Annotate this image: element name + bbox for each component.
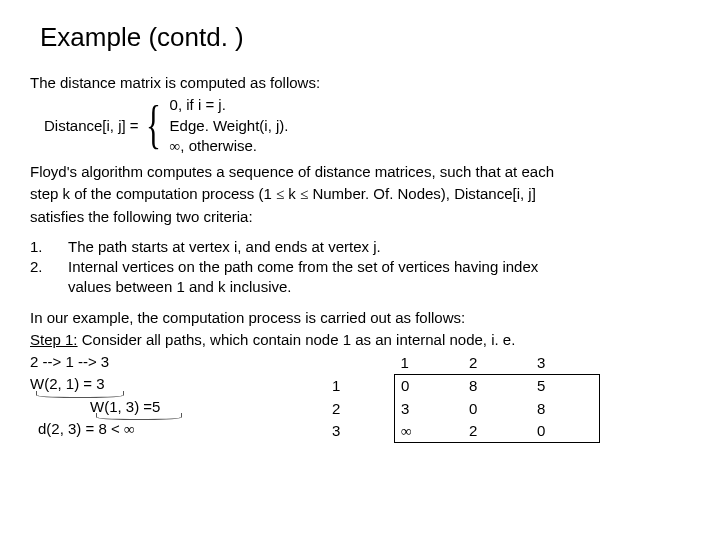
- step-1-line: Step 1: Consider all paths, which contai…: [30, 330, 690, 350]
- case-2: Edge. Weight(i, j).: [170, 116, 289, 136]
- case-3: ∞, otherwise.: [170, 136, 289, 156]
- floyd-line-1: Floyd's algorithm computes a sequence of…: [30, 162, 690, 182]
- brace-icon: {: [146, 102, 161, 149]
- matrix-col-3: 3: [531, 352, 600, 375]
- cell-2-2: 0: [463, 398, 531, 420]
- def-cases: 0, if i = j. Edge. Weight(i, j). ∞, othe…: [170, 95, 289, 156]
- floyd-line-3: satisfies the following two criteria:: [30, 207, 690, 227]
- matrix-row-1: 1: [326, 375, 395, 398]
- crit-text-2b: values between 1 and k inclusive.: [68, 277, 690, 297]
- w21-line: W(2, 1) = 3: [30, 374, 130, 394]
- cell-1-3: 5: [531, 375, 600, 398]
- cell-1-2: 8: [463, 375, 531, 398]
- matrix-row-3: 3: [326, 420, 395, 443]
- distance-matrix: 1 2 3 1 0 8 5 2 3 0 8 3 ∞: [326, 352, 600, 443]
- infinity-symbol: ∞: [170, 138, 181, 154]
- cell-1-1: 0: [395, 375, 464, 398]
- left-column: 2 --> 1 --> 3 W(2, 1) = 3 W(1, 3) =5 d(2…: [30, 352, 320, 441]
- d23-line: d(2, 3) = 8 < ∞: [38, 419, 320, 439]
- page-title: Example (contd. ): [40, 20, 690, 55]
- criteria-numbers: 1. 2.: [30, 237, 68, 298]
- crit-text-2a: Internal vertices on the path come from …: [68, 257, 690, 277]
- criteria-text: The path starts at vertex i, and ends at…: [68, 237, 690, 298]
- step-1-rest: Consider all paths, which contain node 1…: [78, 331, 516, 348]
- case-1: 0, if i = j.: [170, 95, 289, 115]
- cell-2-1: 3: [395, 398, 464, 420]
- floyd-b-post: Number. Of. Nodes), Distance[i, j]: [308, 185, 536, 202]
- distance-definition: Distance[i, j] = { 0, if i = j. Edge. We…: [30, 95, 690, 156]
- crit-num-1: 1.: [30, 237, 68, 257]
- criteria-list: 1. 2. The path starts at vertex i, and e…: [30, 237, 690, 298]
- crit-text-1: The path starts at vertex i, and ends at…: [68, 237, 690, 257]
- matrix-col-2: 2: [463, 352, 531, 375]
- floyd-b-pre: step k of the computation process (1: [30, 185, 276, 202]
- cell-2-3: 8: [531, 398, 600, 420]
- case-3-rest: , otherwise.: [180, 137, 257, 154]
- example-intro: In our example, the computation process …: [30, 308, 690, 328]
- path-line: 2 --> 1 --> 3: [30, 352, 320, 372]
- crit-num-2: 2.: [30, 257, 68, 277]
- floyd-line-2: step k of the computation process (1 ≤ k…: [30, 184, 690, 204]
- d23-pre: d(2, 3) = 8 <: [38, 420, 124, 437]
- matrix-row-2: 2: [326, 398, 395, 420]
- cell-3-2: 2: [463, 420, 531, 443]
- def-label: Distance[i, j] =: [44, 116, 139, 136]
- example-block: In our example, the computation process …: [30, 308, 690, 444]
- intro-text: The distance matrix is computed as follo…: [30, 73, 690, 93]
- step-1-label: Step 1:: [30, 331, 78, 348]
- floyd-b-mid: k: [284, 185, 300, 202]
- matrix-col-1: 1: [395, 352, 464, 375]
- w13-line: W(1, 3) =5: [90, 397, 188, 417]
- cell-3-1: ∞: [395, 420, 464, 443]
- d23-infinity: ∞: [124, 421, 135, 437]
- cell-3-3: 0: [531, 420, 600, 443]
- le-symbol-1: ≤: [276, 186, 284, 202]
